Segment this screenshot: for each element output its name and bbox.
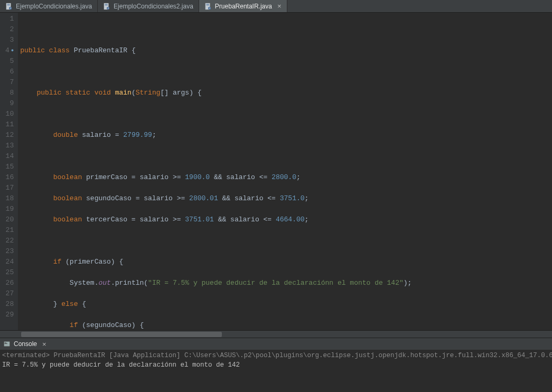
svg-rect-7 (105, 5, 108, 5)
svg-rect-17 (5, 342, 7, 343)
svg-rect-18 (5, 343, 7, 344)
horizontal-scrollbar[interactable] (0, 330, 552, 338)
svg-text:J: J (209, 7, 210, 10)
editor-tabs: J EjemploCondicionales.java J EjemploCon… (0, 0, 552, 13)
svg-rect-2 (7, 5, 10, 5)
console-tab[interactable]: Console × (0, 338, 552, 350)
code-area[interactable]: public class PruebaRentaIR { public stat… (18, 13, 552, 330)
tab-file-1[interactable]: J EjemploCondicionales.java (0, 0, 98, 12)
svg-rect-6 (105, 4, 108, 4)
tab-label: EjemploCondicionales2.java (114, 3, 193, 10)
close-icon[interactable]: × (277, 2, 282, 10)
svg-rect-1 (7, 4, 10, 4)
console-output[interactable]: <terminated> PruebaRentaIR [Java Applica… (0, 350, 552, 392)
scrollbar-thumb[interactable] (21, 332, 222, 337)
svg-rect-11 (206, 4, 209, 4)
java-file-icon: J (204, 3, 212, 10)
close-icon[interactable]: × (42, 340, 46, 348)
java-file-icon: J (103, 3, 110, 10)
svg-text:J: J (108, 7, 109, 10)
line-number-gutter: 1 2 3 4 5 6 7 8 9 10 11 12 13 14 15 16 1… (0, 13, 18, 330)
svg-rect-12 (206, 5, 209, 5)
console-line: IR = 7.5% y puede deducir de la declarac… (2, 361, 240, 369)
console-icon (3, 340, 11, 348)
svg-text:J: J (10, 7, 11, 10)
code-editor[interactable]: 1 2 3 4 5 6 7 8 9 10 11 12 13 14 15 16 1… (0, 13, 552, 330)
console-status: <terminated> PruebaRentaIR [Java Applica… (2, 352, 552, 359)
tab-label: PruebaRentaIR.java (215, 3, 272, 10)
java-file-icon: J (5, 3, 13, 10)
console-title: Console (14, 340, 37, 348)
console-panel: Console × <terminated> PruebaRentaIR [Ja… (0, 338, 552, 392)
tab-label: EjemploCondicionales.java (16, 3, 92, 10)
tab-file-2[interactable]: J EjemploCondicionales2.java (98, 0, 199, 12)
tab-file-3[interactable]: J PruebaRentaIR.java × (199, 0, 287, 12)
